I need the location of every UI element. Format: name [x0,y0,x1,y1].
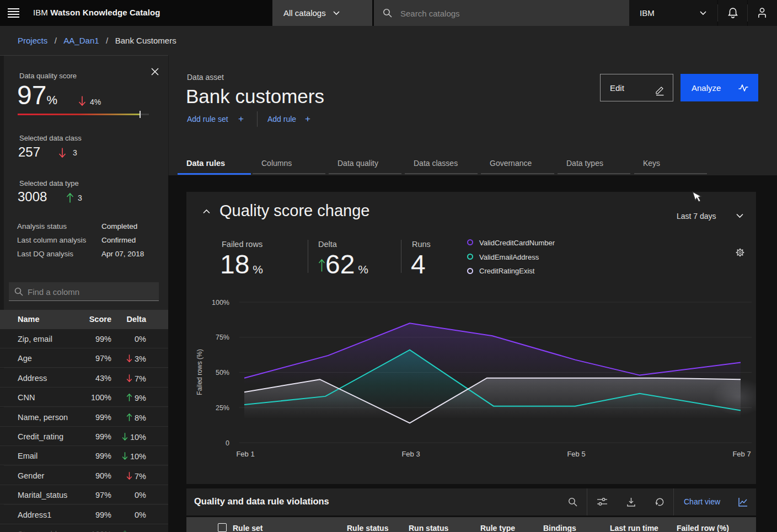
svg-text:Feb 3: Feb 3 [401,450,420,458]
svg-text:25%: 25% [216,404,229,412]
svg-text:Feb 7: Feb 7 [732,450,751,458]
svg-text:Feb 1: Feb 1 [236,450,254,458]
svg-text:50%: 50% [216,369,229,377]
svg-text:100%: 100% [212,299,229,307]
svg-text:Failed rows (%): Failed rows (%) [196,349,203,395]
svg-text:75%: 75% [216,334,229,341]
svg-text:Feb 5: Feb 5 [567,450,585,458]
svg-text:0: 0 [226,439,229,447]
